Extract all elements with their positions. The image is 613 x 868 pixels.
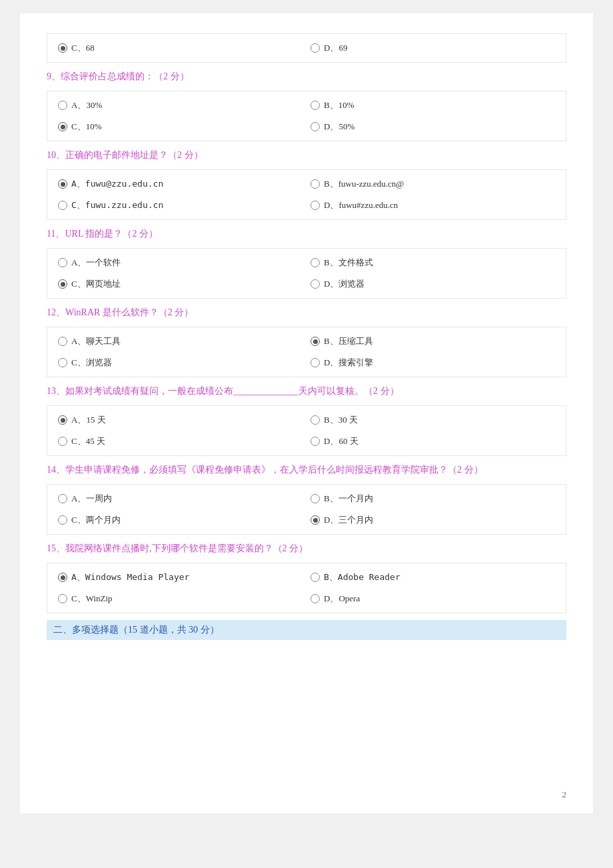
radio-q13-A[interactable] [58, 415, 67, 425]
radio-q13-D[interactable] [310, 437, 320, 446]
options-grid-q12: A、聊天工具 B、压缩工具 C、浏览器 D、搜索引擎 [47, 327, 566, 377]
option-q13-C[interactable]: C、45 天 [54, 433, 306, 450]
option-D69[interactable]: D、69 [306, 39, 559, 57]
options-grid-q15: A、Windows Media Player B、Adobe Reader C、… [47, 563, 566, 613]
option-q15-D[interactable]: D、Opera [306, 590, 559, 607]
question-block-q8-tail: C、68 D、69 [47, 33, 566, 63]
radio-q15-D[interactable] [310, 594, 320, 603]
option-text-q13-A: A、15 天 [71, 414, 106, 426]
option-q15-B[interactable]: B、Adobe Reader [306, 569, 559, 586]
radio-q9-A[interactable] [58, 101, 67, 110]
option-q13-A[interactable]: A、15 天 [54, 411, 306, 429]
option-text-q11-A: A、一个软件 [71, 257, 121, 269]
option-text-q11-C: C、网页地址 [71, 278, 121, 290]
radio-q14-C[interactable] [58, 515, 67, 525]
question-block-q12: 12、WinRAR 是什么软件？（2 分） A、聊天工具 B、压缩工具 C、浏览… [47, 304, 566, 377]
option-q14-B[interactable]: B、一个月内 [306, 490, 559, 507]
option-text-q13-B: B、30 天 [324, 414, 358, 426]
question-title-q10: 10、正确的电子邮件地址是？（2 分） [47, 147, 566, 164]
option-text-q10-B: B、fuwu-zzu.edu.cn@ [324, 178, 404, 190]
option-text-q14-A: A、一周内 [71, 493, 112, 505]
question-block-q15: 15、我院网络课件点播时,下列哪个软件是需要安装的？（2 分） A、Window… [47, 540, 566, 613]
radio-q12-D[interactable] [310, 358, 320, 367]
option-text-D69: D、69 [324, 42, 347, 54]
options-grid-q13: A、15 天 B、30 天 C、45 天 D、60 天 [47, 405, 566, 456]
radio-C68[interactable] [58, 43, 67, 53]
question-title-q12: 12、WinRAR 是什么软件？（2 分） [47, 304, 566, 321]
radio-q10-B[interactable] [310, 179, 320, 189]
page-container: C、68 D、69 9、综合评价占总成绩的：（2 分） A、30% B、10% … [20, 13, 593, 813]
option-q11-A[interactable]: A、一个软件 [54, 254, 306, 271]
option-q13-B[interactable]: B、30 天 [306, 411, 559, 429]
radio-q9-C[interactable] [58, 122, 67, 131]
radio-q13-C[interactable] [58, 437, 67, 446]
option-text-q12-D: D、搜索引擎 [324, 357, 373, 369]
option-text-q9-D: D、50% [324, 121, 354, 133]
option-q9-D[interactable]: D、50% [306, 118, 559, 135]
option-q12-C[interactable]: C、浏览器 [54, 354, 306, 371]
option-text-q12-A: A、聊天工具 [71, 335, 121, 347]
radio-q15-C[interactable] [58, 594, 67, 603]
radio-q11-C[interactable] [58, 279, 67, 289]
radio-q11-B[interactable] [310, 258, 320, 267]
option-text-q14-B: B、一个月内 [324, 493, 373, 505]
option-q12-D[interactable]: D、搜索引擎 [306, 354, 559, 371]
option-q9-C[interactable]: C、10% [54, 118, 306, 135]
option-q14-D[interactable]: D、三个月内 [306, 511, 559, 529]
question-block-q10: 10、正确的电子邮件地址是？（2 分） A、fuwu@zzu.edu.cn B、… [47, 147, 566, 220]
question-title-q15: 15、我院网络课件点播时,下列哪个软件是需要安装的？（2 分） [47, 540, 566, 557]
option-q10-A[interactable]: A、fuwu@zzu.edu.cn [54, 175, 306, 193]
option-text-q14-C: C、两个月内 [71, 514, 121, 526]
section2-header: 二、多项选择题（15 道小题，共 30 分） [47, 620, 566, 640]
option-q11-C[interactable]: C、网页地址 [54, 275, 306, 293]
option-q10-B[interactable]: B、fuwu-zzu.edu.cn@ [306, 175, 559, 193]
option-q14-C[interactable]: C、两个月内 [54, 511, 306, 529]
option-q13-D[interactable]: D、60 天 [306, 433, 559, 450]
option-q9-A[interactable]: A、30% [54, 97, 306, 114]
option-q12-B[interactable]: B、压缩工具 [306, 333, 559, 350]
radio-q11-D[interactable] [310, 279, 320, 289]
option-q11-D[interactable]: D、浏览器 [306, 275, 559, 293]
radio-q12-B[interactable] [310, 337, 320, 346]
radio-D69[interactable] [310, 43, 320, 53]
option-q10-C[interactable]: C、fuwu.zzu.edu.cn [54, 197, 306, 214]
radio-q15-B[interactable] [310, 573, 320, 582]
option-q9-B[interactable]: B、10% [306, 97, 559, 114]
radio-q9-D[interactable] [310, 122, 320, 131]
option-text-q13-C: C、45 天 [71, 435, 105, 447]
radio-q11-A[interactable] [58, 258, 67, 267]
radio-q10-C[interactable] [58, 201, 67, 210]
question-block-q11: 11、URL 指的是？（2 分） A、一个软件 B、文件格式 C、网页地址 D、… [47, 225, 566, 299]
option-text-q14-D: D、三个月内 [324, 514, 373, 526]
options-grid-q11: A、一个软件 B、文件格式 C、网页地址 D、浏览器 [47, 248, 566, 299]
radio-q12-C[interactable] [58, 358, 67, 367]
option-text-q11-D: D、浏览器 [324, 278, 364, 290]
option-q12-A[interactable]: A、聊天工具 [54, 333, 306, 350]
radio-q14-D[interactable] [310, 515, 320, 525]
option-text-q9-C: C、10% [71, 121, 102, 133]
radio-q14-A[interactable] [58, 494, 67, 503]
option-q10-D[interactable]: D、fuwu#zzu.edu.cn [306, 197, 559, 214]
radio-q10-A[interactable] [58, 179, 67, 189]
option-text-q10-D: D、fuwu#zzu.edu.cn [324, 199, 398, 211]
radio-q10-D[interactable] [310, 201, 320, 210]
option-text-q10-A: A、fuwu@zzu.edu.cn [71, 178, 163, 190]
option-q11-B[interactable]: B、文件格式 [306, 254, 559, 271]
radio-q13-B[interactable] [310, 415, 320, 425]
option-text-C68: C、68 [71, 42, 95, 54]
page-number: 2 [562, 789, 567, 800]
option-q15-C[interactable]: C、WinZip [54, 590, 306, 607]
option-C68[interactable]: C、68 [54, 39, 306, 57]
option-text-q9-A: A、30% [71, 99, 102, 111]
question-block-q9: 9、综合评价占总成绩的：（2 分） A、30% B、10% C、10% D、50… [47, 68, 566, 141]
radio-q12-A[interactable] [58, 337, 67, 346]
option-text-q12-B: B、压缩工具 [324, 335, 373, 347]
radio-q15-A[interactable] [58, 573, 67, 582]
radio-q9-B[interactable] [310, 101, 320, 110]
option-q14-A[interactable]: A、一周内 [54, 490, 306, 507]
option-q15-A[interactable]: A、Windows Media Player [54, 569, 306, 586]
option-text-q12-C: C、浏览器 [71, 357, 112, 369]
radio-q14-B[interactable] [310, 494, 320, 503]
question-block-q14: 14、学生申请课程免修，必须填写《课程免修申请表》，在入学后什么时间报远程教育学… [47, 461, 566, 535]
options-grid-q10: A、fuwu@zzu.edu.cn B、fuwu-zzu.edu.cn@ C、f… [47, 169, 566, 220]
